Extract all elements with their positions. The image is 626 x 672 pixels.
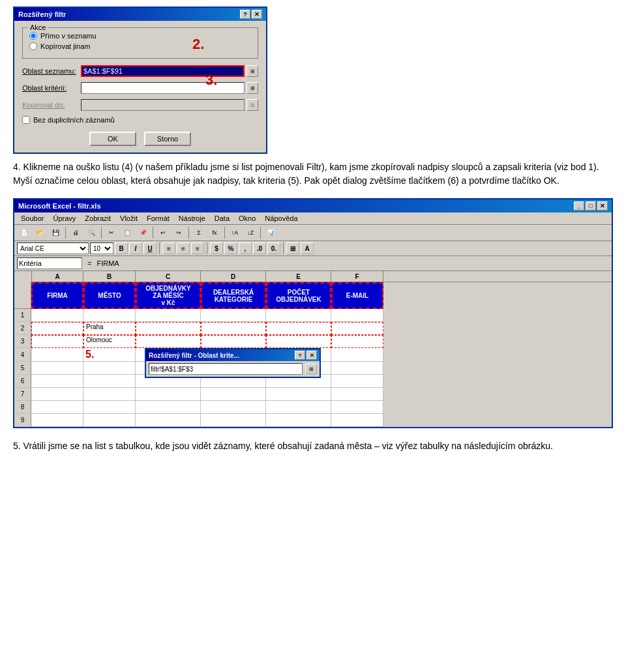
- help-button[interactable]: ?: [240, 10, 250, 19]
- cell-4f[interactable]: [331, 348, 383, 362]
- cell-dealerska[interactable]: DEALERSKÁKATEGORIE: [201, 282, 266, 309]
- oblast-kriterii-pick-btn[interactable]: ⊞: [246, 82, 258, 94]
- cell-mesto[interactable]: MĚSTO: [83, 282, 136, 309]
- menu-upravy[interactable]: Úpravy: [49, 214, 80, 223]
- mini-pick-btn[interactable]: ⊞: [305, 364, 317, 374]
- excel-close-button[interactable]: ✕: [597, 201, 608, 211]
- cell-6b[interactable]: [83, 375, 136, 388]
- borders-btn[interactable]: ⊞: [286, 242, 299, 254]
- cell-9b[interactable]: [83, 414, 136, 427]
- tb-sum[interactable]: Σ: [192, 226, 206, 239]
- cell-7b[interactable]: [83, 388, 136, 401]
- tb-redo[interactable]: ↪: [171, 226, 186, 239]
- cell-4a[interactable]: [31, 348, 83, 362]
- cell-6a[interactable]: [31, 375, 83, 388]
- cell-firma[interactable]: FIRMA: [31, 282, 83, 309]
- cell-7c[interactable]: [136, 388, 201, 401]
- cell-2f[interactable]: [331, 322, 383, 335]
- radio-kopirovat-input[interactable]: [29, 42, 37, 50]
- cell-pocet[interactable]: POČETOBJEDNÁVEK: [266, 282, 331, 309]
- menu-format[interactable]: Formát: [143, 214, 173, 223]
- minimize-button[interactable]: _: [574, 201, 584, 211]
- kopirovat-do-pick-btn[interactable]: ⊞: [246, 99, 258, 111]
- cell-6f[interactable]: [331, 375, 383, 388]
- font-size-select[interactable]: 10: [90, 242, 113, 254]
- oblast-seznamu-pick-btn[interactable]: ⊞: [246, 65, 258, 77]
- mini-help-btn[interactable]: ?: [295, 351, 305, 360]
- cell-7a[interactable]: [31, 388, 83, 401]
- cell-8f[interactable]: [331, 401, 383, 414]
- cell-1a[interactable]: [31, 309, 83, 322]
- tb-print[interactable]: 🖨: [68, 226, 83, 239]
- name-box[interactable]: Kritéria: [17, 257, 82, 269]
- tb-sort-asc[interactable]: ↑A: [228, 226, 242, 239]
- tb-open[interactable]: 📂: [33, 226, 47, 239]
- font-name-select[interactable]: Arial CE: [17, 242, 89, 254]
- cell-7f[interactable]: [331, 388, 383, 401]
- cell-8a[interactable]: [31, 401, 83, 414]
- cell-3f[interactable]: [331, 335, 383, 348]
- cell-1c[interactable]: [136, 309, 201, 322]
- cell-objednavky[interactable]: OBJEDNÁVKYZA MĚSÍCv Kč: [136, 282, 201, 309]
- tb-copy[interactable]: 📋: [120, 226, 134, 239]
- align-right[interactable]: ≡: [191, 242, 204, 254]
- cell-2a[interactable]: [31, 322, 83, 335]
- menu-nastroje[interactable]: Nástroje: [175, 214, 209, 223]
- cell-9d[interactable]: [201, 414, 266, 427]
- tb-save[interactable]: 💾: [48, 226, 63, 239]
- currency-btn[interactable]: $: [210, 242, 223, 254]
- underline-button[interactable]: U: [143, 242, 156, 254]
- menu-data[interactable]: Data: [211, 214, 233, 223]
- cell-8e[interactable]: [266, 401, 331, 414]
- cell-2c[interactable]: [136, 322, 201, 335]
- cell-8d[interactable]: [201, 401, 266, 414]
- tb-fx[interactable]: fx: [207, 226, 222, 239]
- bez-duplicit-row[interactable]: Bez duplicitních záznamů: [22, 116, 258, 124]
- cell-3b[interactable]: Olomouc: [83, 335, 136, 348]
- menu-soubor[interactable]: Soubor: [17, 214, 48, 223]
- cell-8b[interactable]: [83, 401, 136, 414]
- oblast-seznamu-input[interactable]: [81, 65, 245, 77]
- cell-1d[interactable]: [201, 309, 266, 322]
- cell-2e[interactable]: [266, 322, 331, 335]
- cell-9f[interactable]: [331, 414, 383, 427]
- tb-paste[interactable]: 📌: [136, 226, 150, 239]
- cell-email[interactable]: E-MAIL: [331, 282, 383, 309]
- cell-8c[interactable]: [136, 401, 201, 414]
- cell-1e[interactable]: [266, 309, 331, 322]
- cell-4b[interactable]: 5.: [83, 348, 136, 362]
- align-center[interactable]: ≡: [177, 242, 190, 254]
- maximize-button[interactable]: □: [586, 201, 596, 211]
- cell-7d[interactable]: [201, 388, 266, 401]
- bez-duplicit-checkbox[interactable]: [22, 116, 30, 124]
- menu-zobrazit[interactable]: Zobrazit: [81, 214, 115, 223]
- cell-3d[interactable]: [201, 335, 266, 348]
- mini-close-btn[interactable]: ✕: [306, 351, 317, 360]
- tb-undo[interactable]: ↩: [156, 226, 170, 239]
- tb-cut[interactable]: ✂: [104, 226, 119, 239]
- cell-5b[interactable]: [83, 362, 136, 375]
- cell-3c[interactable]: [136, 335, 201, 348]
- tb-new[interactable]: 📄: [17, 226, 31, 239]
- cell-7e[interactable]: [266, 388, 331, 401]
- cell-9e[interactable]: [266, 414, 331, 427]
- tb-preview[interactable]: 🔍: [84, 226, 98, 239]
- menu-napoveda[interactable]: Nápověda: [261, 214, 301, 223]
- percent-btn[interactable]: %: [224, 242, 237, 254]
- radio-primo-input[interactable]: [29, 32, 37, 40]
- cell-5f[interactable]: [331, 362, 383, 375]
- tb-chart[interactable]: 📊: [263, 226, 278, 239]
- cell-1f[interactable]: [331, 309, 383, 322]
- cell-5a[interactable]: [31, 362, 83, 375]
- radio-primo[interactable]: Přímo v seznamu: [29, 32, 251, 40]
- cell-3a[interactable]: [31, 335, 83, 348]
- close-button[interactable]: ✕: [252, 10, 262, 19]
- bold-button[interactable]: B: [115, 242, 128, 254]
- oblast-kriterii-input[interactable]: [81, 82, 245, 94]
- menu-vlozit[interactable]: Vložit: [116, 214, 142, 223]
- fill-color-btn[interactable]: A: [301, 242, 314, 254]
- italic-button[interactable]: I: [129, 242, 142, 254]
- storno-button[interactable]: Storno: [144, 132, 191, 146]
- ok-button[interactable]: OK: [89, 132, 136, 146]
- tb-sort-desc[interactable]: ↓Z: [243, 226, 258, 239]
